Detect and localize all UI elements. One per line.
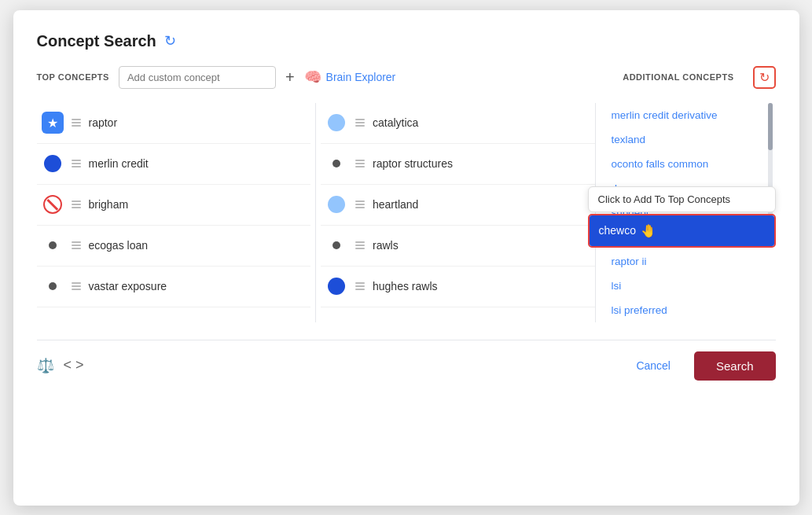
brain-icon: 🧠 — [304, 68, 321, 86]
list-item[interactable]: ★ raptor — [37, 103, 311, 144]
concept-name: ecogas loan — [89, 239, 149, 252]
tooltip-bubble: Click to Add To Top Concepts — [588, 186, 776, 212]
additional-concepts-panel: merlin credit derivativetexlandoconto fa… — [595, 103, 776, 322]
concepts-columns: ★ raptor merlin credit brigham ecogas lo… — [37, 103, 595, 322]
list-item[interactable]: rawls — [321, 226, 595, 267]
list-item[interactable]: brigham — [37, 185, 311, 226]
drag-handle[interactable] — [70, 200, 83, 208]
sync-icon: ↻ — [759, 70, 770, 85]
concept-icon: ★ — [42, 112, 64, 134]
chewco-item[interactable]: chewco 🤚 — [590, 215, 774, 246]
refresh-icon[interactable]: ↻ — [164, 32, 176, 50]
concept-name: raptor — [89, 116, 118, 129]
star-icon: ★ — [42, 112, 64, 134]
drag-handle[interactable] — [354, 241, 366, 249]
concept-icon — [42, 275, 64, 297]
search-button[interactable]: Search — [694, 351, 776, 381]
custom-concept-input[interactable] — [119, 66, 276, 89]
list-item[interactable]: ecogas loan — [37, 226, 311, 267]
banned-icon — [43, 195, 62, 214]
drag-handle[interactable] — [354, 200, 366, 208]
modal-header: Concept Search ↻ — [37, 32, 776, 50]
list-item[interactable]: vastar exposure — [37, 267, 311, 307]
concept-icon — [42, 193, 64, 215]
concept-name: vastar exposure — [89, 280, 167, 292]
chewco-label: chewco — [599, 224, 636, 237]
additional-concept-item[interactable]: lsi — [608, 274, 776, 298]
additional-concept-item[interactable]: lsi preferred — [608, 298, 776, 322]
drag-handle[interactable] — [70, 282, 83, 290]
additional-concept-item[interactable]: raptor ii — [608, 249, 776, 274]
concept-icon — [325, 193, 347, 215]
dot-icon — [49, 282, 57, 290]
concept-name: merlin credit — [89, 157, 149, 170]
refresh-additional-button[interactable]: ↻ — [753, 66, 776, 89]
cancel-button[interactable]: Cancel — [623, 353, 683, 378]
left-concepts-column: ★ raptor merlin credit brigham ecogas lo… — [37, 103, 311, 322]
light-circle-icon — [328, 196, 345, 213]
brain-explorer-button[interactable]: 🧠 Brain Explorer — [304, 68, 396, 86]
concept-icon — [325, 153, 347, 175]
content-area: ★ raptor merlin credit brigham ecogas lo… — [37, 103, 776, 322]
additional-concept-item[interactable]: oconto falls common — [608, 152, 776, 176]
light-circle-icon — [328, 114, 345, 131]
concept-name: raptor structures — [373, 157, 453, 170]
drag-handle[interactable] — [354, 160, 366, 167]
concept-icon — [42, 234, 64, 256]
chewco-selected-container: chewco 🤚 — [588, 214, 776, 248]
concept-name: heartland — [373, 198, 418, 211]
list-item[interactable]: heartland — [321, 185, 595, 226]
concept-icon — [42, 153, 64, 175]
cursor-icon: 🤚 — [641, 223, 656, 238]
modal-footer: ⚖️ < > Cancel Search — [37, 340, 776, 381]
dot-icon — [333, 241, 340, 249]
balance-icon[interactable]: ⚖️ — [37, 357, 54, 374]
additional-concept-item[interactable]: merlin credit derivative — [608, 103, 776, 127]
drag-handle[interactable] — [70, 119, 83, 127]
list-item[interactable]: catalytica — [321, 103, 595, 144]
additional-concepts-label: ADDITIONAL CONCEPTS — [623, 72, 733, 82]
concept-name: brigham — [89, 198, 129, 211]
filled-circle-icon — [44, 155, 61, 172]
top-concepts-label: TOP CONCEPTS — [37, 72, 109, 82]
concept-icon — [325, 275, 347, 297]
add-concept-button[interactable]: + — [285, 68, 295, 86]
dot-icon — [49, 241, 57, 249]
tooltip-container: Click to Add To Top Concepts chewco 🤚 — [588, 186, 776, 248]
drag-handle[interactable] — [354, 282, 366, 290]
drag-handle[interactable] — [70, 160, 83, 167]
filled-circle-icon — [328, 278, 345, 295]
additional-concepts-list: merlin credit derivativetexlandoconto fa… — [608, 103, 776, 322]
list-item[interactable]: raptor structures — [321, 144, 595, 185]
additional-concept-item[interactable]: texland — [608, 127, 776, 152]
concept-icon — [325, 112, 347, 134]
right-concepts-column: catalytica raptor structures heartland r… — [321, 103, 595, 322]
code-icon[interactable]: < > — [64, 357, 84, 374]
footer-actions: Cancel Search — [623, 351, 775, 381]
column-divider — [315, 103, 316, 322]
modal-title: Concept Search — [37, 32, 156, 50]
concept-name: catalytica — [373, 116, 418, 129]
scrollbar-thumb — [768, 103, 773, 150]
brain-explorer-label: Brain Explorer — [326, 71, 396, 83]
concept-name: hughes rawls — [373, 280, 438, 292]
drag-handle[interactable] — [354, 119, 366, 127]
footer-icons: ⚖️ < > — [37, 357, 84, 374]
top-bar: TOP CONCEPTS + 🧠 Brain Explorer ADDITION… — [37, 66, 776, 89]
dot-icon — [333, 160, 340, 167]
list-item[interactable]: hughes rawls — [321, 267, 595, 307]
concept-name: rawls — [373, 239, 399, 252]
concept-search-modal: Concept Search ↻ TOP CONCEPTS + 🧠 Brain … — [13, 10, 799, 506]
concept-icon — [325, 234, 347, 256]
list-item[interactable]: merlin credit — [37, 144, 311, 185]
drag-handle[interactable] — [70, 241, 83, 249]
